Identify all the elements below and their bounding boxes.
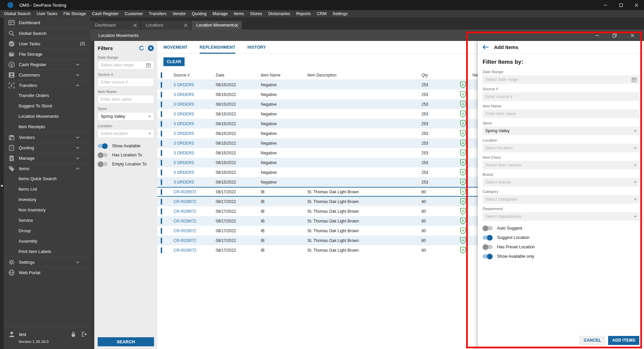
cell-source-link[interactable]: CR-0029072 xyxy=(174,238,216,243)
sidebar-collapse-arrow[interactable]: ◀ xyxy=(0,184,3,187)
minimize-icon[interactable] xyxy=(595,33,599,38)
column-header-source[interactable]: Source # xyxy=(174,73,216,78)
select-all-checkbox[interactable] xyxy=(161,72,162,78)
add-items-select-location[interactable]: Select location xyxy=(483,144,639,152)
close-circle-icon[interactable] xyxy=(148,45,154,51)
row-checkbox[interactable] xyxy=(161,121,162,127)
menu-item-file-storage[interactable]: File Storage xyxy=(60,10,89,17)
row-checkbox[interactable] xyxy=(161,150,162,156)
add-items-select-category[interactable]: Select categories xyxy=(483,195,639,204)
maximize-icon[interactable] xyxy=(613,0,629,10)
back-arrow-icon[interactable] xyxy=(483,45,489,50)
clear-button[interactable]: CLEAR xyxy=(163,57,185,66)
sidebar-item-inventory[interactable]: Inventory xyxy=(4,194,90,205)
close-icon[interactable] xyxy=(629,0,644,10)
menu-item-cash-register[interactable]: Cash Register xyxy=(89,10,121,17)
row-checkbox[interactable] xyxy=(161,228,162,234)
menu-item-settings[interactable]: Settings xyxy=(330,10,351,17)
menu-item-reports[interactable]: Reports xyxy=(293,10,314,17)
cell-source-link[interactable]: 3 ORDERS xyxy=(174,131,216,136)
row-checkbox[interactable] xyxy=(161,169,162,176)
column-header-date[interactable]: Date xyxy=(216,73,261,78)
cell-source-link[interactable]: CR-0029072 xyxy=(174,229,216,233)
sidebar-item-assembly[interactable]: Assembly xyxy=(4,236,90,246)
filters-select-store[interactable]: Spring Valley xyxy=(98,112,154,121)
row-checkbox[interactable] xyxy=(161,208,162,214)
row-checkbox[interactable] xyxy=(161,189,162,195)
filters-input-item-name[interactable] xyxy=(101,97,151,102)
add-items-input-source[interactable] xyxy=(485,94,637,99)
view-tab-history[interactable]: HISTORY xyxy=(247,41,266,54)
cancel-button[interactable]: CANCEL xyxy=(579,336,605,345)
sidebar-item-item-receipts[interactable]: Item Receipts xyxy=(4,121,90,132)
add-items-select-brand[interactable]: Select brands xyxy=(483,178,639,187)
calendar-icon[interactable] xyxy=(146,63,151,68)
sidebar-item-quoting[interactable]: ?Quoting xyxy=(4,142,90,153)
column-header-qty[interactable]: Qty xyxy=(422,73,456,78)
row-checkbox[interactable] xyxy=(161,247,162,253)
sidebar-item-group[interactable]: Group xyxy=(4,226,90,236)
cell-source-link[interactable]: 3 ORDERS xyxy=(174,180,216,185)
sidebar-item-cash-register[interactable]: $Cash Register xyxy=(4,59,90,69)
minimize-icon[interactable] xyxy=(598,0,613,10)
menu-item-manage[interactable]: Manage xyxy=(209,10,231,17)
menu-item-global-search[interactable]: Global Search xyxy=(1,10,34,17)
filters-toggle-has-location-to[interactable] xyxy=(98,153,108,157)
menu-item-crm[interactable]: CRM xyxy=(314,10,329,17)
sidebar-item-non-inventory[interactable]: Non Inventory xyxy=(4,205,90,215)
sidebar-item-dashboard[interactable]: Dashboard xyxy=(4,17,90,28)
menu-item-dictionaries[interactable]: Dictionaries xyxy=(265,10,293,17)
menu-item-user-tasks[interactable]: User Tasks xyxy=(34,10,60,17)
view-tab-replenishment[interactable]: REPLENISHMENT xyxy=(200,41,236,54)
add-items-toggle-show-available-only[interactable] xyxy=(483,254,493,258)
add-items-select-department[interactable]: Select departments xyxy=(483,212,639,221)
close-icon[interactable] xyxy=(630,33,635,38)
row-checkbox[interactable] xyxy=(161,131,162,137)
sidebar-item-settings[interactable]: Settings xyxy=(4,257,90,267)
add-items-toggle-auto-suggest[interactable] xyxy=(483,226,493,230)
sidebar-item-items-list[interactable]: Items List xyxy=(4,184,90,194)
cell-source-link[interactable]: CR-0029072 xyxy=(174,199,216,204)
sidebar-item-suggest-to-stock[interactable]: Suggest To Stock xyxy=(4,101,90,111)
sidebar-item-items[interactable]: Items xyxy=(4,163,90,173)
add-items-toggle-suggest-location[interactable] xyxy=(483,236,493,240)
row-checkbox[interactable] xyxy=(161,199,162,205)
cell-source-link[interactable]: 3 ORDERS xyxy=(174,92,216,97)
row-checkbox[interactable] xyxy=(161,179,162,185)
column-header-item-description[interactable]: Item Description xyxy=(307,73,422,78)
row-checkbox[interactable] xyxy=(161,101,162,107)
row-checkbox[interactable] xyxy=(161,82,162,88)
cell-source-link[interactable]: CR-0029072 xyxy=(174,248,216,253)
sidebar-item-manage[interactable]: Manage xyxy=(4,153,90,163)
add-items-toggle-has-preset-location[interactable] xyxy=(483,245,493,249)
cell-source-link[interactable]: 3 ORDERS xyxy=(174,102,216,107)
refresh-icon[interactable] xyxy=(139,45,144,51)
cell-source-link[interactable]: 3 ORDERS xyxy=(174,112,216,116)
sidebar-item-transfer-orders[interactable]: Transfer Orders xyxy=(4,90,90,101)
filters-toggle-empty-location-to[interactable] xyxy=(98,162,108,166)
sidebar-item-user-tasks[interactable]: User Tasks(2) xyxy=(4,38,90,49)
menu-item-stores[interactable]: Stores xyxy=(247,10,265,17)
tab-close-icon[interactable] xyxy=(235,23,238,27)
tab-close-icon[interactable] xyxy=(184,23,188,27)
cell-source-link[interactable]: 3 ORDERS xyxy=(174,170,216,175)
add-items-select-store[interactable]: Spring Valley xyxy=(483,127,639,135)
cell-source-link[interactable]: CR-0029072 xyxy=(174,219,216,223)
sidebar-item-global-search[interactable]: Global Search xyxy=(4,28,90,38)
logout-icon[interactable] xyxy=(81,332,87,337)
menu-item-customer[interactable]: Customer xyxy=(121,10,146,17)
cell-source-link[interactable]: 3 ORDERS xyxy=(174,160,216,165)
lock-icon[interactable] xyxy=(70,332,76,337)
tab-close-icon[interactable] xyxy=(133,23,137,27)
menu-item-transfers[interactable]: Transfers xyxy=(146,10,169,17)
sidebar-item-print-item-labels[interactable]: Print Item Labels xyxy=(4,246,90,257)
restore-icon[interactable] xyxy=(612,33,617,38)
menu-item-quoting[interactable]: Quoting xyxy=(189,10,210,17)
tab-dashboard[interactable]: Dashboard xyxy=(90,21,140,30)
add-items-button[interactable]: ADD ITEMS xyxy=(608,336,639,345)
filters-input-date-range[interactable] xyxy=(101,63,146,67)
row-checkbox[interactable] xyxy=(161,92,162,98)
sidebar-item-items-quick-search[interactable]: Items Quick Search xyxy=(4,173,90,184)
cell-source-link[interactable]: 3 ORDERS xyxy=(174,151,216,155)
column-header-item-name[interactable]: Item Name xyxy=(261,73,307,78)
